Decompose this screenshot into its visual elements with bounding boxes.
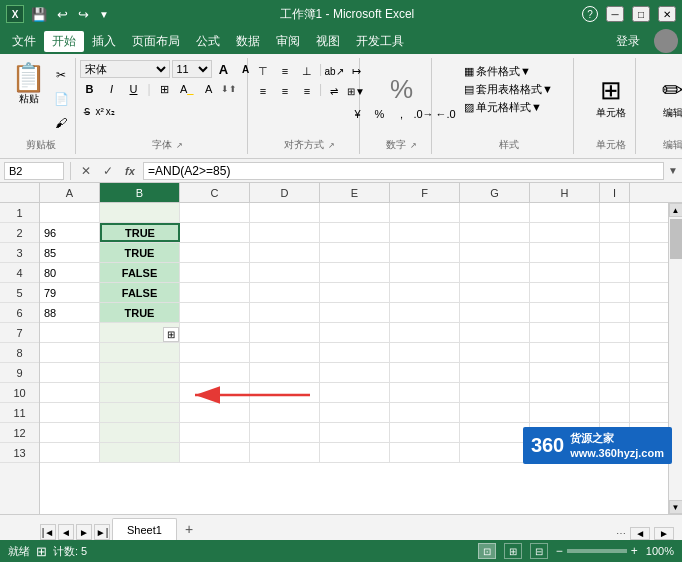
cell-f13[interactable] <box>390 443 460 462</box>
cell-g10[interactable] <box>460 383 530 402</box>
font-expand-icon[interactable]: ↗ <box>176 141 183 150</box>
cell-c7[interactable] <box>180 323 250 342</box>
cell-c4[interactable] <box>180 263 250 282</box>
cell-e4[interactable] <box>320 263 390 282</box>
cell-i8[interactable] <box>600 343 630 362</box>
cell-c8[interactable] <box>180 343 250 362</box>
cell-d12[interactable] <box>250 423 320 442</box>
cell-g7[interactable] <box>460 323 530 342</box>
cell-i10[interactable] <box>600 383 630 402</box>
cell-f2[interactable] <box>390 223 460 242</box>
cell-f12[interactable] <box>390 423 460 442</box>
cell-i4[interactable] <box>600 263 630 282</box>
format-painter-btn[interactable]: 🖌 <box>50 112 72 134</box>
fill-color-btn[interactable]: A_ <box>177 80 197 98</box>
close-btn[interactable]: ✕ <box>658 6 676 22</box>
minimize-btn[interactable]: ─ <box>606 6 624 22</box>
cell-a7[interactable] <box>40 323 100 342</box>
sheet-nav-prev[interactable]: ◄ <box>58 524 74 540</box>
menu-page-layout[interactable]: 页面布局 <box>124 31 188 52</box>
cell-b1[interactable] <box>100 203 180 222</box>
cell-f10[interactable] <box>390 383 460 402</box>
cell-h10[interactable] <box>530 383 600 402</box>
conditional-format-btn[interactable]: ▦ 条件格式▼ <box>464 64 553 79</box>
cancel-formula-btn[interactable]: ✕ <box>77 162 95 180</box>
cell-b2[interactable]: TRUE <box>100 223 180 242</box>
scroll-thumb[interactable] <box>670 219 682 259</box>
menu-view[interactable]: 视图 <box>308 31 348 52</box>
cell-b12[interactable] <box>100 423 180 442</box>
cell-i2[interactable] <box>600 223 630 242</box>
cell-i6[interactable] <box>600 303 630 322</box>
sheet-nav-last[interactable]: ►| <box>94 524 110 540</box>
font-size-select[interactable]: 11 <box>172 60 212 78</box>
cell-c10[interactable] <box>180 383 250 402</box>
cell-d5[interactable] <box>250 283 320 302</box>
cell-d11[interactable] <box>250 403 320 422</box>
cell-h9[interactable] <box>530 363 600 382</box>
cell-c5[interactable] <box>180 283 250 302</box>
vertical-scrollbar[interactable]: ▲ ▼ <box>668 203 682 514</box>
cell-d6[interactable] <box>250 303 320 322</box>
cell-b3[interactable]: TRUE <box>100 243 180 262</box>
cell-f11[interactable] <box>390 403 460 422</box>
undo-btn[interactable]: ↩ <box>54 6 71 23</box>
cell-b6[interactable]: TRUE <box>100 303 180 322</box>
cell-d1[interactable] <box>250 203 320 222</box>
sheet-nav-first[interactable]: |◄ <box>40 524 56 540</box>
cell-e2[interactable] <box>320 223 390 242</box>
row-num-8[interactable]: 8 <box>0 343 39 363</box>
cell-a12[interactable] <box>40 423 100 442</box>
sheet-nav-next[interactable]: ► <box>76 524 92 540</box>
page-break-view-btn[interactable]: ⊟ <box>530 543 548 559</box>
align-bottom-btn[interactable]: ⊥ <box>297 62 317 80</box>
autofill-handle[interactable]: ⊞ <box>163 327 179 342</box>
cell-styles-btn[interactable]: ▨ 单元格样式▼ <box>464 100 553 115</box>
menu-data[interactable]: 数据 <box>228 31 268 52</box>
cell-a9[interactable] <box>40 363 100 382</box>
align-left-btn[interactable]: ≡ <box>253 82 273 100</box>
cell-a8[interactable] <box>40 343 100 362</box>
cell-d2[interactable] <box>250 223 320 242</box>
cell-h2[interactable] <box>530 223 600 242</box>
row-num-1[interactable]: 1 <box>0 203 39 223</box>
cell-f1[interactable] <box>390 203 460 222</box>
text-angle-btn[interactable]: ab↗ <box>324 62 344 80</box>
cell-f7[interactable] <box>390 323 460 342</box>
row-num-6[interactable]: 6 <box>0 303 39 323</box>
cell-h6[interactable] <box>530 303 600 322</box>
cell-g5[interactable] <box>460 283 530 302</box>
cell-i7[interactable] <box>600 323 630 342</box>
menu-insert[interactable]: 插入 <box>84 31 124 52</box>
cell-g13[interactable] <box>460 443 530 462</box>
cell-g1[interactable] <box>460 203 530 222</box>
cell-f8[interactable] <box>390 343 460 362</box>
row-num-2[interactable]: 2 <box>0 223 39 243</box>
currency-btn[interactable]: ¥ <box>348 105 368 123</box>
cell-h1[interactable] <box>530 203 600 222</box>
row-num-5[interactable]: 5 <box>0 283 39 303</box>
cell-h7[interactable] <box>530 323 600 342</box>
underline-btn[interactable]: U <box>124 80 144 98</box>
align-top-btn[interactable]: ⊤ <box>253 62 273 80</box>
cell-b11[interactable] <box>100 403 180 422</box>
col-header-g[interactable]: G <box>460 183 530 202</box>
restore-btn[interactable]: □ <box>632 6 650 22</box>
col-header-d[interactable]: D <box>250 183 320 202</box>
formula-expand-btn[interactable]: ▼ <box>668 165 678 176</box>
edit-btn[interactable]: ✏ 编辑 <box>651 69 683 125</box>
cell-b4[interactable]: FALSE <box>100 263 180 282</box>
cell-a11[interactable] <box>40 403 100 422</box>
zoom-in-btn[interactable]: + <box>631 544 638 558</box>
cell-c12[interactable] <box>180 423 250 442</box>
cell-c11[interactable] <box>180 403 250 422</box>
page-layout-view-btn[interactable]: ⊞ <box>504 543 522 559</box>
row-num-10[interactable]: 10 <box>0 383 39 403</box>
subscript-btn[interactable]: x₂ <box>106 106 115 117</box>
cell-c9[interactable] <box>180 363 250 382</box>
cell-i11[interactable] <box>600 403 630 422</box>
confirm-formula-btn[interactable]: ✓ <box>99 162 117 180</box>
col-header-h[interactable]: H <box>530 183 600 202</box>
increase-font-btn[interactable]: A <box>214 60 234 78</box>
col-header-e[interactable]: E <box>320 183 390 202</box>
